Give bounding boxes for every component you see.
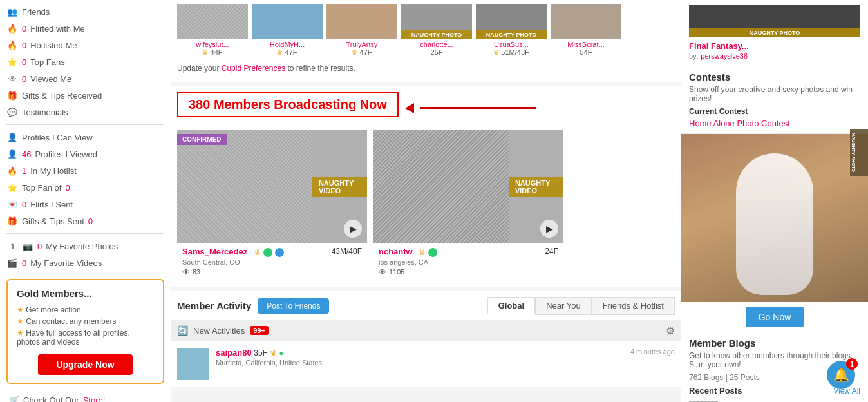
flirts-sent-count[interactable]: 0 <box>22 200 26 209</box>
gifts-sent-count[interactable]: 0 <box>88 216 93 226</box>
flirted-count[interactable]: 0 <box>22 24 26 34</box>
photo-item-4[interactable]: NAUGHTY PHOTO charlotte... 25F <box>401 4 472 56</box>
photo-age-1: ♛ 44F <box>177 48 248 56</box>
sidebar-divider-2 <box>6 233 164 234</box>
recent-posts-label: Recent Posts <box>689 386 742 396</box>
video-card-2[interactable]: NAUGHTY VIDEO ▶ nchantw ♛ 24F los angele… <box>373 130 563 280</box>
video-age-1: 43M/40F <box>332 247 362 256</box>
sidebar-label-flirts-sent: Flirts I Sent <box>30 200 73 209</box>
contests-description: Show off your creative and sexy photos a… <box>689 85 860 103</box>
sidebar-item-gifts-received[interactable]: 🎁 Gifts & Tips Received <box>6 87 164 104</box>
tab-friends-hotlist[interactable]: Friends & Hotlist <box>592 297 675 315</box>
viewed-me-count[interactable]: 0 <box>22 74 26 84</box>
sidebar-item-profiles-can-view[interactable]: 👤 Profiles I Can View <box>6 129 164 146</box>
photo-name-6: MissScrat... <box>551 41 621 48</box>
photo-name-4: charlotte... <box>401 41 472 48</box>
photo-item-3[interactable]: TrulyArtsy ♛ 47F <box>326 4 397 56</box>
gold-members-box: Gold Members... Get more action Can cont… <box>6 279 164 384</box>
sidebar-item-hotlisted[interactable]: 🔥 0 Hotlisted Me <box>6 37 164 53</box>
sidebar-item-gifts-sent[interactable]: 🎁 Gifts & Tips Sent 0 <box>6 213 164 229</box>
gold-benefits-list: Get more action Can contact any members … <box>17 304 154 348</box>
post-to-friends-button[interactable]: Post To Friends <box>258 298 329 314</box>
notification-bell[interactable]: 🔔 1 <box>827 361 855 389</box>
hotlist-count[interactable]: 1 <box>22 166 26 176</box>
sidebar-label-flirted: Flirted with Me <box>30 24 85 34</box>
activity-time-1: 4 minutes ago <box>630 348 675 356</box>
hotlist-icon: 🔥 <box>6 39 18 51</box>
play-button-1[interactable]: ▶ <box>344 220 362 238</box>
tab-near-you[interactable]: Near You <box>535 297 592 315</box>
fav-photos-count[interactable]: 0 <box>37 242 42 251</box>
gift-icon: 🎁 <box>6 90 18 101</box>
activity-age-1: 35F <box>254 349 267 358</box>
video-card-1[interactable]: CONFIRMED NAUGHTY VIDEO ▶ Sams_Mercedez … <box>177 130 367 280</box>
sidebar-item-friends[interactable]: 👥 Friends <box>6 3 164 20</box>
video-username-1[interactable]: Sams_Mercedez <box>182 247 247 256</box>
top-link-title[interactable]: Final Fantasy... <box>689 41 749 51</box>
views-eye-icon-2: 👁 <box>379 267 386 276</box>
top-link-username[interactable]: perswaysive38 <box>701 52 748 60</box>
contests-title: Contests <box>689 72 860 82</box>
naughty-photo-label-4: NAUGHTY PHOTO <box>401 30 472 39</box>
cupid-preferences-link[interactable]: Cupid Preferences <box>222 64 285 73</box>
sidebar-item-flirts-sent[interactable]: 💌 0 Flirts I Sent <box>6 196 164 213</box>
sidebar-label-hotlisted: Hotlisted Me <box>30 41 77 50</box>
views-eye-icon-1: 👁 <box>182 267 190 276</box>
video-age-2: 24F <box>545 247 558 256</box>
flirts-sent-icon: 💌 <box>6 198 18 210</box>
naughty-photo-label-5: NAUGHTY PHOTO <box>476 30 547 39</box>
confirmed-badge: CONFIRMED <box>177 134 227 145</box>
main-content: wifeyslut... ♛ 44F HoldMyH... ♛ 47F Trul… <box>171 0 681 402</box>
online-badge-1 <box>263 248 272 257</box>
store-link-row: 🛒 Check Out Our Store! <box>6 390 164 402</box>
star-icon: ⭐ <box>6 56 18 68</box>
right-top-photo: NAUGHTY PHOTO <box>689 5 860 37</box>
sidebar-item-fav-photos[interactable]: ⬆ 📷 0 My Favorite Photos <box>6 238 164 254</box>
top-fans-count[interactable]: 0 <box>22 57 26 67</box>
testimonials-icon: 💬 <box>6 106 18 118</box>
video-username-2[interactable]: nchantw <box>379 247 413 256</box>
sidebar-label-friends: Friends <box>22 7 50 17</box>
broadcast-count-text: 380 Members Broadcasting Now <box>189 97 387 111</box>
photo-age-4: 25F <box>401 48 472 56</box>
top-fan-of-count[interactable]: 0 <box>65 183 70 193</box>
sidebar-item-hotlist[interactable]: 🔥 1 In My Hotlist <box>6 162 164 179</box>
photo-thumb-2 <box>252 4 323 39</box>
sidebar-item-viewed-me[interactable]: 👁 0 Viewed Me <box>6 70 164 87</box>
video-location-1: South Central, CO <box>182 258 362 266</box>
flirt-icon: 🔥 <box>6 23 18 34</box>
play-button-2[interactable]: ▶ <box>540 220 558 238</box>
photo-item-5[interactable]: NAUGHTY PHOTO UsuaSus... ♛ 51M/43F <box>476 4 547 56</box>
new-activities-bar: 🔄 New Activities 99+ ⚙ <box>171 321 681 341</box>
activity-username-1[interactable]: saipan80 <box>216 348 252 358</box>
photo-item-6[interactable]: MissScrat... 54F <box>551 4 621 56</box>
sidebar-item-testimonials[interactable]: 💬 Testimonials <box>6 104 164 120</box>
sidebar-label-profiles-viewed: Profiles I Viewed <box>35 149 97 159</box>
photo-item-1[interactable]: wifeyslut... ♛ 44F <box>177 4 248 56</box>
right-sidebar: NAUGHTY PHOTO Final Fantasy... by: persw… <box>681 0 868 402</box>
notification-count: 1 <box>846 358 858 370</box>
contest-name-link[interactable]: Home Alone Photo Contest <box>689 119 790 128</box>
photo-name-2: HoldMyH... <box>252 41 323 48</box>
crown-badge-1: ♛ <box>254 248 261 257</box>
sidebar-item-flirted[interactable]: 🔥 0 Flirted with Me <box>6 20 164 37</box>
sidebar-label-testimonials: Testimonials <box>22 108 68 117</box>
go-now-button[interactable]: Go Now <box>746 307 804 327</box>
sidebar-item-profiles-viewed[interactable]: 👤 46 Profiles I Viewed <box>6 146 164 162</box>
hotlisted-count[interactable]: 0 <box>22 41 26 50</box>
upgrade-now-button[interactable]: Upgrade Now <box>38 354 132 375</box>
photo-thumb-6 <box>551 4 621 39</box>
sidebar-item-top-fan-of[interactable]: ⭐ Top Fan of 0 <box>6 179 164 196</box>
profiles-viewed-count[interactable]: 46 <box>22 149 31 159</box>
sidebar-item-fav-videos[interactable]: 🎬 0 My Favorite Videos <box>6 254 164 271</box>
right-top-section: NAUGHTY PHOTO Final Fantasy... by: persw… <box>681 0 868 66</box>
gear-settings-icon[interactable]: ⚙ <box>666 325 675 337</box>
tab-global[interactable]: Global <box>487 297 535 315</box>
fav-videos-count[interactable]: 0 <box>22 258 26 268</box>
photo-item-2[interactable]: HoldMyH... ♛ 47F <box>252 4 323 56</box>
activity-online-icon-1: ● <box>279 349 283 358</box>
photo-thumb-1 <box>177 4 248 39</box>
video-badges-1: ♛ <box>254 248 284 257</box>
sidebar-item-top-fans[interactable]: ⭐ 0 Top Fans <box>6 53 164 70</box>
store-link[interactable]: Store! <box>83 396 106 402</box>
